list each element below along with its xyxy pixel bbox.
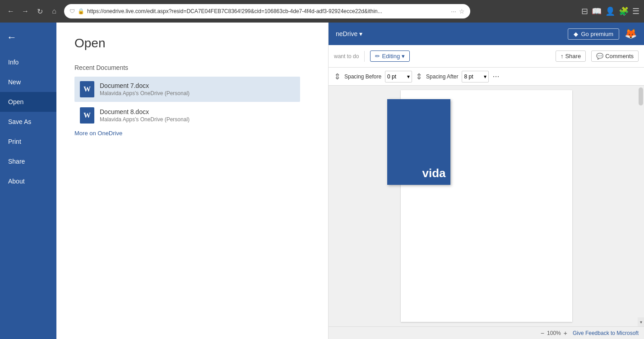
doc-icon-8 — [80, 107, 94, 124]
more-dots-icon: ··· — [451, 8, 456, 15]
toolbar-left-section: want to do — [334, 51, 366, 62]
browser-actions: ⊟ 📖 👤 🧩 ☰ — [581, 6, 639, 16]
pencil-icon: ✏ — [375, 53, 380, 60]
doc-image-text: vida — [392, 166, 446, 180]
shield-icon: 🛡 — [69, 8, 75, 14]
spacing-before-chevron: ▾ — [407, 73, 410, 80]
sidebar-nav: ← Info New Open Save As Print Share Abou… — [0, 23, 56, 339]
forward-button[interactable]: → — [19, 5, 32, 18]
doc-info-7: Document 7.docx Malavida Apps's OneDrive… — [100, 82, 190, 96]
browser-chrome: ← → ↻ ⌂ 🛡 🔒 https://onedrive.live.com/ed… — [0, 0, 644, 23]
browser-menu-button[interactable]: ☰ — [632, 6, 639, 16]
toolbar-right-section: ↑ Share 💬 Comments — [556, 50, 639, 62]
browser-library-button[interactable]: ⊟ — [581, 6, 588, 16]
browser-reader-button[interactable]: 📖 — [592, 6, 602, 16]
comments-icon: 💬 — [596, 53, 603, 60]
spacing-before-label: Spacing Before — [344, 73, 381, 80]
editing-button[interactable]: ✏ Editing ▾ — [370, 50, 410, 62]
word-header-left: neDrive ▾ — [336, 30, 362, 37]
spacing-toolbar: ⇕ Spacing Before 0 pt ▾ ⇕ Spacing After … — [329, 68, 644, 86]
spacing-after-icon: ⇕ — [416, 72, 422, 82]
spacing-after-chevron: ▾ — [484, 73, 486, 80]
editing-dropdown-icon: ▾ — [402, 53, 405, 60]
scrollbar-thumb[interactable] — [639, 87, 643, 105]
chevron-down-icon: ▾ — [640, 320, 642, 325]
open-panel: Open Recent Documents Document 7.docx Ma… — [56, 23, 318, 339]
zoom-level: 100% — [547, 330, 561, 336]
doc-item-8[interactable]: Document 8.docx Malavida Apps's OneDrive… — [74, 103, 300, 128]
share-icon: ↑ — [561, 53, 564, 60]
diamond-icon: ◆ — [574, 31, 578, 37]
sidebar-item-open[interactable]: Open — [0, 92, 56, 112]
status-bar: − 100% + Give Feedback to Microsoft — [329, 326, 644, 339]
back-to-doc-button[interactable]: ← — [0, 23, 56, 52]
editor-area: vida ▾ — [329, 86, 644, 326]
spacing-after-label: Spacing After — [426, 73, 458, 80]
doc-icon-7 — [80, 81, 94, 97]
editor-background: neDrive ▾ ◆ Go premium 🦊 want to do ✏ Ed… — [328, 23, 644, 339]
doc-location-8: Malavida Apps's OneDrive (Personal) — [100, 116, 190, 123]
doc-page: vida — [401, 90, 572, 322]
comments-label: Comments — [605, 53, 634, 60]
spacing-after-input[interactable]: 8 pt ▾ — [462, 71, 489, 82]
go-premium-label: Go premium — [581, 31, 613, 37]
app-container: ← Info New Open Save As Print Share Abou… — [0, 23, 644, 339]
onedrive-label: neDrive ▾ — [336, 30, 362, 37]
recent-docs-title: Recent Documents — [74, 64, 300, 71]
main-content: Open Recent Documents Document 7.docx Ma… — [56, 23, 328, 339]
go-premium-button[interactable]: ◆ Go premium — [568, 28, 619, 40]
spacing-after-value: 8 pt — [464, 73, 473, 80]
scrollbar-right[interactable] — [638, 86, 644, 326]
zoom-plus-button[interactable]: + — [564, 330, 567, 337]
browser-extensions-button[interactable]: 🧩 — [619, 6, 629, 16]
spacing-before-value: 0 pt — [387, 73, 396, 80]
word-toolbar: want to do ✏ Editing ▾ ↑ Share 💬 Comment… — [329, 45, 644, 68]
more-onedrive-link[interactable]: More on OneDrive — [74, 130, 122, 137]
share-label: Share — [565, 53, 581, 60]
spacing-before-input[interactable]: 0 pt ▾ — [385, 71, 412, 82]
more-toolbar-button[interactable]: ··· — [492, 72, 499, 81]
home-button[interactable]: ⌂ — [48, 5, 60, 18]
open-panel-title: Open — [74, 36, 300, 50]
sidebar-item-about[interactable]: About — [0, 171, 56, 191]
zoom-minus-button[interactable]: − — [541, 330, 544, 337]
word-header-right: ◆ Go premium 🦊 — [568, 28, 637, 40]
back-button[interactable]: ← — [5, 5, 17, 18]
toolbar-divider-1 — [364, 51, 365, 62]
editing-label: Editing — [382, 53, 400, 60]
address-bar-container: 🛡 🔒 https://onedrive.live.com/edit.aspx?… — [64, 4, 470, 18]
address-bar-text[interactable]: https://onedrive.live.com/edit.aspx?resi… — [87, 8, 448, 14]
sidebar-item-share[interactable]: Share — [0, 151, 56, 171]
feedback-label[interactable]: Give Feedback to Microsoft — [573, 330, 639, 336]
doc-image: vida — [387, 99, 450, 185]
comments-button[interactable]: 💬 Comments — [591, 50, 639, 62]
doc-name-8: Document 8.docx — [100, 108, 190, 115]
want-to-do-text: want to do — [334, 53, 359, 60]
lock-icon: 🔒 — [78, 8, 84, 14]
doc-info-8: Document 8.docx Malavida Apps's OneDrive… — [100, 108, 190, 123]
bookmark-icon[interactable]: ☆ — [459, 8, 465, 15]
word-header: neDrive ▾ ◆ Go premium 🦊 — [329, 23, 644, 45]
zoom-controls: − 100% + — [541, 330, 567, 337]
scroll-down-button[interactable]: ▾ — [638, 317, 644, 326]
sidebar-item-new[interactable]: New — [0, 72, 56, 92]
fox-logo-icon: 🦊 — [625, 28, 637, 40]
sidebar-item-info[interactable]: Info — [0, 52, 56, 72]
sidebar-item-save-as[interactable]: Save As — [0, 112, 56, 132]
nav-buttons: ← → ↻ ⌂ — [5, 5, 60, 18]
sidebar-item-print[interactable]: Print — [0, 132, 56, 151]
browser-account-button[interactable]: 👤 — [605, 6, 615, 16]
spacing-before-icon: ⇕ — [334, 72, 341, 82]
share-button[interactable]: ↑ Share — [556, 50, 586, 62]
doc-item-7[interactable]: Document 7.docx Malavida Apps's OneDrive… — [74, 77, 300, 102]
doc-name-7: Document 7.docx — [100, 82, 190, 89]
doc-location-7: Malavida Apps's OneDrive (Personal) — [100, 90, 190, 96]
reload-button[interactable]: ↻ — [33, 5, 46, 18]
